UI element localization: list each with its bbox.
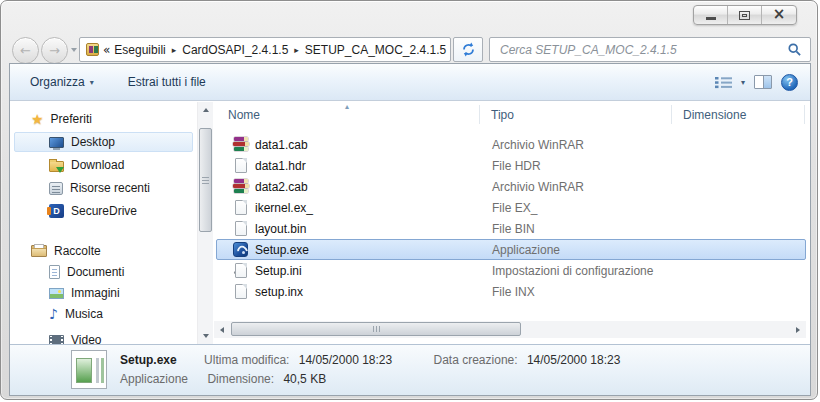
extract-all-label: Estrai tutti i file xyxy=(128,75,206,89)
file-row-setup-ini[interactable]: Setup.ini Impostazioni di configurazione xyxy=(216,260,806,281)
sidebar-item-download[interactable]: Download xyxy=(14,155,193,175)
file-row-data2-cab[interactable]: data2.cab Archivio WinRAR xyxy=(216,176,806,197)
chevron-down-icon: ▾ xyxy=(90,78,94,87)
size-label: Dimensione: xyxy=(207,372,274,386)
generic-file-icon xyxy=(233,284,249,300)
sort-ascending-icon: ▴ xyxy=(339,102,355,111)
maximize-button[interactable] xyxy=(728,6,762,24)
file-type: File BIN xyxy=(492,222,535,236)
sidebar-item-risorse-recenti[interactable]: Risorse recenti xyxy=(14,178,193,198)
column-divider[interactable] xyxy=(479,105,480,124)
maximize-icon xyxy=(739,11,750,20)
search-icon xyxy=(788,43,801,56)
desktop-icon xyxy=(49,137,64,148)
file-name: data1.hdr xyxy=(255,159,306,173)
breadcrumb-overflow-chevron[interactable]: « xyxy=(103,43,110,57)
file-name: layout.bin xyxy=(255,222,306,236)
scrollbar-thumb[interactable] xyxy=(231,322,521,336)
scrollbar-thumb[interactable] xyxy=(199,128,212,232)
refresh-icon xyxy=(461,42,476,57)
sidebar-item-desktop[interactable]: Desktop xyxy=(14,132,193,152)
details-line-2: Applicazione Dimensione: 40,5 KB xyxy=(120,372,326,386)
minimize-button[interactable] xyxy=(694,6,728,24)
file-name: data2.cab xyxy=(255,180,308,194)
sidebar-item-video[interactable]: Video xyxy=(14,330,193,344)
command-toolbar: Organizza ▾ Estrai tutti i file ▾ ? xyxy=(10,64,810,101)
file-row-layout-bin[interactable]: layout.bin File BIN xyxy=(216,218,806,239)
details-pane: Setup.exe Ultima modifica: 14/05/2000 18… xyxy=(10,344,810,395)
preview-pane-button[interactable] xyxy=(754,75,772,89)
breadcrumb-item-cardosapi[interactable]: CardOSAPI_2.4.1.5 xyxy=(182,43,288,57)
sidebar-item-immagini[interactable]: Immagini xyxy=(14,283,193,303)
scroll-right-button[interactable] xyxy=(790,321,806,338)
search-box xyxy=(489,37,811,62)
sidebar-item-label: Immagini xyxy=(71,286,120,300)
forward-button[interactable]: → xyxy=(41,37,68,64)
explorer-window: × ← → « Eseguibili ▸ CardOSAPI_2.4.1.5 ▸… xyxy=(0,0,818,400)
created-value: 14/05/2000 18:23 xyxy=(527,353,620,367)
refresh-button[interactable] xyxy=(453,37,483,62)
file-type: Impostazioni di configurazione xyxy=(492,264,653,278)
sidebar-section-preferiti[interactable]: ★ Preferiti xyxy=(14,109,193,129)
documents-icon xyxy=(49,265,60,279)
recent-pages-dropdown-icon[interactable] xyxy=(71,48,77,52)
file-list: ▴ Nome Tipo Dimensione data1.cab Archivi… xyxy=(214,102,810,344)
file-row-data1-cab[interactable]: data1.cab Archivio WinRAR xyxy=(216,134,806,155)
column-header-nome[interactable]: Nome xyxy=(228,108,260,122)
column-divider[interactable] xyxy=(671,105,672,124)
change-view-button[interactable] xyxy=(715,76,732,89)
column-divider[interactable] xyxy=(804,105,805,124)
close-button[interactable]: × xyxy=(762,6,796,24)
sidebar-item-label: Desktop xyxy=(71,135,115,149)
breadcrumb-item-eseguibili[interactable]: Eseguibili xyxy=(114,43,165,57)
arrow-down-icon xyxy=(203,334,209,338)
arrow-right-icon xyxy=(796,327,800,333)
file-type: Archivio WinRAR xyxy=(492,138,584,152)
sidebar-section-raccolte[interactable]: Raccolte xyxy=(14,241,193,261)
sidebar-scrollbar[interactable] xyxy=(197,102,213,344)
main-area: ★ Preferiti Desktop Download Risorse rec… xyxy=(10,102,810,344)
search-input[interactable] xyxy=(490,38,788,61)
close-icon: × xyxy=(773,7,786,22)
view-options-dropdown-icon[interactable]: ▾ xyxy=(741,78,745,87)
file-row-setup-inx[interactable]: setup.inx File INX xyxy=(216,281,806,302)
minimize-icon xyxy=(706,17,716,20)
sidebar-item-securedrive[interactable]: D SecureDrive xyxy=(14,201,193,221)
breadcrumb-separator-icon[interactable]: ▸ xyxy=(170,45,179,55)
organize-label: Organizza xyxy=(30,75,85,89)
file-type: File INX xyxy=(492,285,535,299)
extract-all-button[interactable]: Estrai tutti i file xyxy=(128,75,206,89)
file-name: Setup.exe xyxy=(255,243,309,257)
file-row-ikernel-ex[interactable]: ikernel.ex_ File EX_ xyxy=(216,197,806,218)
address-bar[interactable]: « Eseguibili ▸ CardOSAPI_2.4.1.5 ▸ SETUP… xyxy=(79,37,451,62)
organize-menu-button[interactable]: Organizza ▾ xyxy=(30,75,94,89)
download-folder-icon xyxy=(49,161,64,172)
music-note-icon: ♪ xyxy=(49,307,58,321)
scroll-left-button[interactable] xyxy=(214,321,230,338)
list-horizontal-scrollbar[interactable] xyxy=(214,321,806,338)
generic-file-icon xyxy=(233,200,249,216)
file-type: File EX_ xyxy=(492,201,537,215)
folder-archive-icon xyxy=(86,43,99,56)
breadcrumb-separator-icon[interactable]: ▸ xyxy=(292,45,301,55)
column-header-dimensione[interactable]: Dimensione xyxy=(683,108,746,122)
star-icon: ★ xyxy=(31,112,44,126)
winrar-archive-icon xyxy=(233,179,249,195)
config-file-icon xyxy=(233,263,249,279)
file-row-data1-hdr[interactable]: data1.hdr File HDR xyxy=(216,155,806,176)
column-header-tipo[interactable]: Tipo xyxy=(491,108,514,122)
winrar-archive-icon xyxy=(233,137,249,153)
generic-file-icon xyxy=(233,221,249,237)
selected-file-large-icon xyxy=(71,350,107,389)
sidebar-item-musica[interactable]: ♪ Musica xyxy=(14,304,193,324)
modified-label: Ultima modifica: xyxy=(204,353,289,367)
help-button[interactable]: ? xyxy=(781,74,798,91)
file-row-setup-exe[interactable]: Setup.exe Applicazione xyxy=(216,239,806,260)
sidebar-item-documenti[interactable]: Documenti xyxy=(14,262,193,282)
back-button[interactable]: ← xyxy=(12,37,39,64)
breadcrumb-item-setup-ca-moc[interactable]: SETUP_CA_MOC_2.4.1.5 xyxy=(305,43,446,57)
size-value: 40,5 KB xyxy=(283,372,326,386)
sidebar-item-label: Musica xyxy=(65,307,103,321)
scroll-up-button[interactable] xyxy=(198,102,214,118)
scroll-down-button[interactable] xyxy=(198,328,214,344)
